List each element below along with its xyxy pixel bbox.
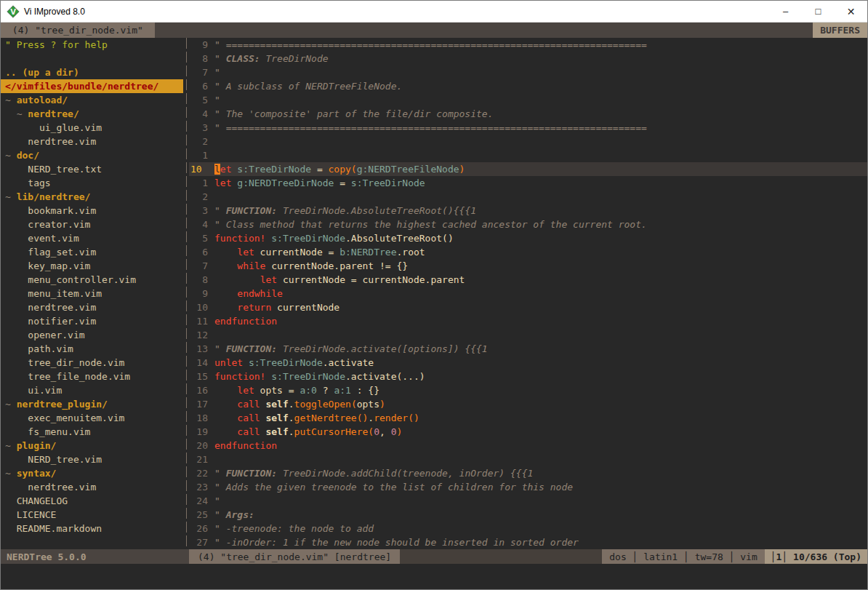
- tree-item[interactable]: ~ nerdtree_plugin/: [1, 397, 183, 411]
- code-text: " FUNCTION: TreeDirNode.activate([option…: [214, 342, 488, 356]
- code-line[interactable]: 26" -treenode: the node to add: [189, 522, 867, 535]
- code-token: currentNode = currentNode.parent: [277, 274, 465, 285]
- tree-item[interactable]: NERD_tree.txt: [1, 162, 183, 176]
- code-token: s:TreeDirNode: [351, 178, 425, 188]
- code-line[interactable]: 8" CLASS: TreeDirNode: [189, 52, 867, 65]
- tree-item[interactable]: ui_glue.vim: [1, 121, 183, 135]
- window-separator[interactable]: [183, 38, 189, 549]
- tree-item[interactable]: [1, 52, 183, 65]
- code-line[interactable]: 14unlet s:TreeDirNode.activate: [189, 356, 867, 370]
- tree-item[interactable]: [1, 535, 183, 549]
- tree-item[interactable]: fs_menu.vim: [1, 425, 183, 439]
- split-windows: " Press ? for help.. (up a dir)</vimfile…: [1, 38, 867, 549]
- code-line[interactable]: 12: [189, 328, 867, 342]
- tree-item[interactable]: README.markdown: [1, 522, 183, 535]
- tree-item[interactable]: CHANGELOG: [1, 494, 183, 508]
- tree-item-selected[interactable]: </vimfiles/bundle/nerdtree/: [1, 79, 183, 93]
- code-line[interactable]: 21: [189, 453, 867, 466]
- code-line[interactable]: 22" FUNCTION: TreeDirNode.addChild(treen…: [189, 466, 867, 480]
- code-line[interactable]: 6" A subclass of NERDTreeFileNode.: [189, 79, 867, 93]
- code-line[interactable]: 19 call self.putCursorHere(0, 0): [189, 425, 867, 439]
- tree-item[interactable]: tree_file_node.vim: [1, 370, 183, 383]
- code-token: endfunction: [214, 316, 277, 327]
- code-line[interactable]: 7": [189, 65, 867, 79]
- tree-item[interactable]: ~ nerdtree/: [1, 107, 183, 121]
- tree-item[interactable]: LICENCE: [1, 508, 183, 522]
- code-text: let s:TreeDirNode = copy(g:NERDTreeFileN…: [214, 162, 465, 176]
- tree-item[interactable]: NERD_tree.vim: [1, 453, 183, 466]
- tree-item[interactable]: .. (up a dir): [1, 65, 183, 79]
- tree-item[interactable]: nerdtree.vim: [1, 135, 183, 148]
- tree-item[interactable]: " Press ? for help: [1, 38, 183, 52]
- close-button[interactable]: ✕: [835, 1, 867, 22]
- code-line[interactable]: 3" FUNCTION: TreeDirNode.AbsoluteTreeRoo…: [189, 204, 867, 218]
- code-line[interactable]: 27" -inOrder: 1 if the new node should b…: [189, 535, 867, 549]
- line-number: 13: [189, 342, 208, 356]
- minimize-button[interactable]: –: [769, 1, 802, 22]
- code-token: toggleOpen: [294, 399, 351, 410]
- tree-item[interactable]: ~ lib/nerdtree/: [1, 190, 183, 204]
- code-line[interactable]: 9" =====================================…: [189, 38, 867, 52]
- tree-item[interactable]: opener.vim: [1, 328, 183, 342]
- code-line[interactable]: 17 call self.toggleOpen(opts): [189, 397, 867, 411]
- tree-item[interactable]: creator.vim: [1, 218, 183, 231]
- tree-item[interactable]: ~ plugin/: [1, 439, 183, 453]
- tree-item[interactable]: exec_menuitem.vim: [1, 411, 183, 425]
- code-line[interactable]: 1: [189, 148, 867, 162]
- code-line[interactable]: 1let g:NERDTreeDirNode = s:TreeDirNode: [189, 176, 867, 190]
- code-text: call self.getNerdtree().render(): [214, 411, 419, 425]
- code-line[interactable]: 15function! s:TreeDirNode.activate(...): [189, 370, 867, 383]
- tree-item[interactable]: flag_set.vim: [1, 245, 183, 259]
- code-line[interactable]: 4" The 'composite' part of the file/dir …: [189, 107, 867, 121]
- tree-item[interactable]: tags: [1, 176, 183, 190]
- code-text: " ======================================…: [214, 38, 647, 52]
- code-line[interactable]: 25" Args:: [189, 508, 867, 522]
- code-line[interactable]: 20endfunction: [189, 439, 867, 453]
- code-line[interactable]: 23" Adds the given treenode to the list …: [189, 480, 867, 494]
- code-line[interactable]: 5function! s:TreeDirNode.AbsoluteTreeRoo…: [189, 231, 867, 245]
- tree-item-text: syntax/: [17, 468, 57, 479]
- code-line[interactable]: 2: [189, 135, 867, 148]
- tree-item[interactable]: menu_controller.vim: [1, 273, 183, 287]
- tree-item[interactable]: path.vim: [1, 342, 183, 356]
- tree-item[interactable]: nerdtree.vim: [1, 300, 183, 314]
- tree-item-text: path.vim: [5, 343, 73, 354]
- maximize-button[interactable]: □: [802, 1, 835, 22]
- code-line-current[interactable]: 10let s:TreeDirNode = copy(g:NERDTreeFil…: [189, 162, 867, 176]
- tree-item[interactable]: notifier.vim: [1, 314, 183, 328]
- tree-item[interactable]: nerdtree.vim: [1, 480, 183, 494]
- code-line[interactable]: 24": [189, 494, 867, 508]
- code-line[interactable]: 7 while currentNode.parent != {}: [189, 259, 867, 273]
- code-line[interactable]: 6 let currentNode = b:NERDTree.root: [189, 245, 867, 259]
- code-token: TreeDirNode.activate([options]) {{{1: [277, 343, 488, 354]
- code-token: [214, 302, 237, 313]
- code-text: " A subclass of NERDTreeFileNode.: [214, 79, 402, 93]
- tree-item[interactable]: ~ autoload/: [1, 93, 183, 107]
- code-line[interactable]: 10 return currentNode: [189, 300, 867, 314]
- tab-tree-dir-node[interactable]: (4) "tree_dir_node.vim": [1, 23, 155, 38]
- code-line[interactable]: 8 let currentNode = currentNode.parent: [189, 273, 867, 287]
- code-line[interactable]: 16 let opts = a:0 ? a:1 : {}: [189, 383, 867, 397]
- code-line[interactable]: 3" =====================================…: [189, 121, 867, 135]
- tree-item[interactable]: bookmark.vim: [1, 204, 183, 218]
- code-line[interactable]: 11endfunction: [189, 314, 867, 328]
- code-line[interactable]: 5": [189, 93, 867, 107]
- tree-item[interactable]: tree_dir_node.vim: [1, 356, 183, 370]
- tree-item[interactable]: ~ syntax/: [1, 466, 183, 480]
- tree-item[interactable]: menu_item.vim: [1, 287, 183, 300]
- code-line[interactable]: 18 call self.getNerdtree().render(): [189, 411, 867, 425]
- tree-item[interactable]: key_map.vim: [1, 259, 183, 273]
- code-line[interactable]: 13" FUNCTION: TreeDirNode.activate([opti…: [189, 342, 867, 356]
- buffers-label[interactable]: BUFFERS: [813, 23, 867, 38]
- line-number: 6: [189, 79, 208, 93]
- tree-item-text: flag_set.vim: [5, 247, 96, 258]
- code-token: self: [265, 412, 288, 423]
- tree-item[interactable]: ui.vim: [1, 383, 183, 397]
- tree-item[interactable]: ~ doc/: [1, 148, 183, 162]
- code-line[interactable]: 9 endwhile: [189, 287, 867, 300]
- tree-item[interactable]: event.vim: [1, 231, 183, 245]
- code-line[interactable]: 4" Class method that returns the highest…: [189, 218, 867, 231]
- code-line[interactable]: 2: [189, 190, 867, 204]
- tree-item-text: ~: [5, 399, 17, 410]
- tree-item-text: nerdtree.vim: [5, 302, 96, 313]
